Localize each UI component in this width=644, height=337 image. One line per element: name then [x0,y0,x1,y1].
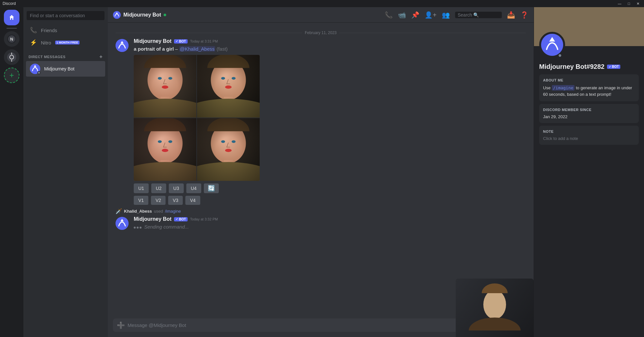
message-avatar-1 [116,39,129,52]
channel-header: Midjourney Bot 📞 📹 📌 👤+ 👥 Search 🔍 📥 ❓ [108,7,534,23]
profile-note-section: NOTE Click to add a note [539,126,639,145]
message-content-1: Midjourney Bot ✓ BOT Today at 3:31 PM a … [134,38,526,205]
search-bar-container[interactable] [23,7,108,24]
system-icon: 🗡️ [116,208,122,214]
message-text-2: Sending command... [134,223,526,230]
members-icon[interactable]: 👥 [442,11,450,19]
about-title: ABOUT ME [543,78,635,82]
pin-icon[interactable]: 📌 [411,11,419,19]
upscale-1-button[interactable]: U1 [134,183,149,193]
upscale-4-button[interactable]: U4 [186,183,201,193]
phone-icon[interactable]: 📞 [385,11,393,19]
app-title: Discord [3,1,616,6]
minimize-button[interactable]: — [616,2,623,6]
profile-banner [534,7,644,46]
add-friend-icon[interactable]: 👤+ [425,11,437,19]
profile-username: Midjourney Bot#9282 [539,63,604,70]
dot1 [134,227,136,229]
fast-tag-1: (fast) [217,46,228,52]
variation-4-button[interactable]: V4 [185,196,200,205]
upscale-3-button[interactable]: U3 [169,183,184,193]
message-time-2: Today at 3:32 PM [190,217,218,221]
sending-dots [134,227,142,229]
mention-1: @Khalid_Abess [179,46,215,52]
variation-3-button[interactable]: V3 [168,196,183,205]
variation-2-button[interactable]: V2 [151,196,166,205]
refresh-button[interactable]: 🔄 [204,183,219,193]
friends-label: Friends [41,28,57,33]
dm-user-midjourney[interactable]: Midjourney Bot [26,61,105,77]
guild-nitro[interactable]: N [4,31,19,47]
dot2 [137,227,139,229]
message-content-2: Midjourney Bot ✓ BOT Today at 3:32 PM [134,216,526,230]
inbox-icon[interactable]: 📥 [507,11,515,19]
message-header-2: Midjourney Bot ✓ BOT Today at 3:32 PM [134,216,526,222]
member-since-title: DISCORD MEMBER SINCE [543,108,635,112]
guild-home[interactable] [4,10,19,25]
profile-info: Midjourney Bot#9282 ✓ BOT ABOUT ME Use /… [534,46,644,153]
status-dot [37,71,41,74]
message-time-1: Today at 3:31 PM [190,39,218,43]
note-input[interactable]: Click to add a note [543,136,635,141]
friends-nav-item[interactable]: 📞 Friends [26,24,105,36]
guild-add-button[interactable]: + [4,68,19,83]
header-icons: 📞 📹 📌 👤+ 👥 Search 🔍 📥 ❓ [385,11,528,19]
date-separator: February 11, 2023 [108,28,534,38]
date-text: February 11, 2023 [305,31,337,35]
search-icon: 🔍 [473,12,479,18]
profile-member-section: DISCORD MEMBER SINCE Jan 29, 2022 [539,104,639,123]
message-group-2: Midjourney Bot ✓ BOT Today at 3:32 PM [108,216,534,231]
video-feed [456,279,534,337]
nitro-label: Nitro [41,40,51,45]
system-user: Khalid_Abess [124,209,152,214]
message-author-1: Midjourney Bot [134,38,171,44]
system-message-1: 🗡️ Khalid_Abess used /imagine [108,207,534,216]
app-layout: N + 📞 Friends ⚡ Nitro 1 M [0,7,644,337]
dm-sidebar: 📞 Friends ⚡ Nitro 1 MONTH FREE DIRECT ME… [23,7,108,337]
about-text: Use /imagine to generate an image in und… [543,85,635,97]
image-cell-1[interactable] [134,55,196,118]
image-cell-3[interactable] [134,118,196,181]
bot-badge-2: ✓ BOT [174,217,187,221]
bot-badge-1: ✓ BOT [174,39,187,44]
message-bold-1: a portrait of a girl [134,46,174,52]
help-icon[interactable]: ❓ [520,11,528,19]
online-status-dot [164,14,166,16]
channel-header-left: Midjourney Bot [113,11,381,19]
about-prefix: Use [543,85,552,90]
image-grid[interactable] [134,55,260,181]
video-corner [456,279,534,337]
close-button[interactable]: ✕ [635,2,641,6]
nitro-nav-item[interactable]: ⚡ Nitro 1 MONTH FREE [26,36,105,49]
channel-bot-avatar [113,11,121,19]
search-placeholder: Search [458,12,472,18]
upscale-2-button[interactable]: U2 [151,183,166,193]
message-text-1: a portrait of a girl – @Khalid_Abess (fa… [134,45,526,52]
right-panel: Midjourney Bot#9282 ✓ BOT ABOUT ME Use /… [534,7,644,337]
image-cell-4[interactable] [197,118,260,181]
title-bar: Discord — □ ✕ [0,0,644,7]
profile-name-row: Midjourney Bot#9282 ✓ BOT [539,63,639,70]
action-buttons-row2: V1 V2 V3 V4 [134,196,526,205]
slash-command: /imagine [165,209,181,214]
guild-explore[interactable] [4,49,19,65]
search-input[interactable] [27,11,105,20]
svg-text:N: N [10,37,13,42]
window-controls[interactable]: — □ ✕ [616,2,641,6]
message-input[interactable] [128,318,479,332]
video-icon[interactable]: 📹 [398,11,406,19]
friends-icon: 📞 [30,27,37,34]
guild-divider [6,28,17,29]
message-header-1: Midjourney Bot ✓ BOT Today at 3:31 PM [134,38,526,44]
dm-add-button[interactable]: + [99,54,103,60]
image-cell-2[interactable] [197,55,260,118]
profile-about-section: ABOUT ME Use /imagine to generate an ima… [539,74,639,101]
profile-status-indicator [558,53,562,58]
maximize-button[interactable]: □ [626,2,632,6]
channel-search-box[interactable]: Search 🔍 [455,12,502,18]
variation-1-button[interactable]: V1 [134,196,148,205]
guild-bar: N + [0,7,23,337]
add-file-icon[interactable]: ➕ [117,321,125,329]
action-buttons-row1: U1 U2 U3 U4 🔄 [134,183,526,193]
dot3 [140,227,142,229]
